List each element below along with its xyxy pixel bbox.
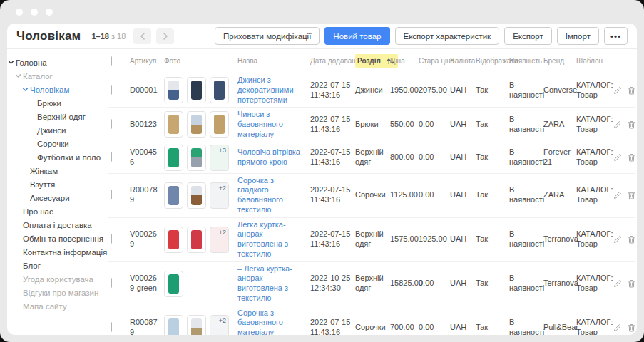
more-photos-thumb[interactable]: +2: [210, 227, 229, 253]
product-photo-thumb[interactable]: [164, 182, 183, 209]
product-name-link[interactable]: Чиноси з бавовняного матеріалу: [237, 110, 283, 138]
edit-button[interactable]: [613, 191, 622, 200]
column-header[interactable]: Бренд: [541, 49, 574, 73]
row-checkbox[interactable]: [111, 322, 112, 332]
sidebar-item[interactable]: Брюки: [7, 96, 108, 110]
product-name-link[interactable]: Джинси з декоративними потертостями: [237, 76, 294, 104]
sidebar-item[interactable]: Головна: [7, 56, 108, 69]
more-photos-thumb[interactable]: +3: [210, 145, 229, 171]
product-photo-thumb[interactable]: [187, 145, 206, 171]
edit-button[interactable]: [613, 323, 622, 332]
delete-button[interactable]: [628, 191, 635, 200]
new-product-button[interactable]: Новий товар: [324, 27, 389, 45]
column-header[interactable]: Валюта: [448, 49, 474, 73]
import-button[interactable]: Імпорт: [557, 27, 599, 45]
next-page-button[interactable]: [156, 28, 174, 44]
sidebar-item[interactable]: Жінкам: [7, 164, 108, 177]
sidebar-item[interactable]: Сорочки: [7, 137, 108, 150]
window-dot-minimize[interactable]: [31, 9, 38, 16]
row-checkbox[interactable]: [111, 234, 112, 244]
row-checkbox[interactable]: [111, 85, 112, 95]
edit-pencil-icon[interactable]: [613, 279, 622, 288]
product-photo-thumb[interactable]: [187, 315, 206, 336]
product-photo-thumb[interactable]: [164, 111, 183, 138]
sidebar-item[interactable]: Обмін та повернення: [7, 232, 108, 245]
column-header[interactable]: Відображати: [474, 49, 507, 73]
sidebar-item[interactable]: Футболки и поло: [7, 150, 108, 164]
export-characteristics-button[interactable]: Експорт характеристик: [395, 27, 500, 45]
sidebar-item[interactable]: Угода користувача: [7, 272, 108, 286]
select-all-checkbox[interactable]: [111, 56, 112, 66]
hide-modifications-button[interactable]: Приховати модифікації: [215, 27, 320, 45]
delete-trash-icon[interactable]: [628, 279, 635, 288]
sidebar-item[interactable]: Про нас: [7, 204, 108, 218]
product-photo-thumb[interactable]: [164, 77, 183, 103]
delete-button[interactable]: [628, 323, 635, 332]
delete-button[interactable]: [628, 279, 635, 288]
edit-pencil-icon[interactable]: [613, 120, 622, 129]
more-actions-button[interactable]: •••: [604, 27, 628, 45]
edit-pencil-icon[interactable]: [613, 86, 622, 95]
delete-trash-icon[interactable]: [628, 120, 635, 129]
delete-trash-icon[interactable]: [628, 191, 635, 200]
product-name-link[interactable]: Легка куртка-анорак виготовлена з тексти…: [237, 220, 288, 258]
delete-button[interactable]: [628, 86, 635, 95]
edit-button[interactable]: [613, 279, 622, 288]
row-checkbox[interactable]: [111, 190, 112, 200]
row-checkbox[interactable]: [111, 278, 112, 288]
prev-page-button[interactable]: [133, 28, 151, 44]
column-header[interactable]: Ціна: [388, 49, 416, 73]
product-photo-thumb[interactable]: [187, 182, 206, 209]
product-name-link[interactable]: Сорочка з гладкого бавовняного текстилю: [237, 176, 283, 214]
edit-pencil-icon[interactable]: [613, 235, 622, 244]
column-header[interactable]: Стара ціна: [416, 49, 448, 73]
sidebar-item[interactable]: Оплата і доставка: [7, 218, 108, 232]
delete-trash-icon[interactable]: [628, 86, 635, 95]
sidebar-item[interactable]: Чоловікам: [7, 83, 108, 96]
edit-button[interactable]: [613, 86, 622, 95]
row-checkbox[interactable]: [111, 119, 112, 129]
product-name-link[interactable]: Сорочка з бавовняного матеріалу притален…: [237, 309, 303, 336]
more-photos-thumb[interactable]: +2: [210, 182, 229, 209]
edit-button[interactable]: [613, 120, 622, 129]
sidebar-item[interactable]: Каталог: [7, 69, 108, 83]
product-photo-thumb[interactable]: [187, 77, 206, 103]
product-photo-thumb[interactable]: [187, 111, 206, 138]
product-photo-thumb[interactable]: [164, 271, 183, 297]
edit-pencil-icon[interactable]: [613, 323, 622, 332]
edit-pencil-icon[interactable]: [613, 153, 622, 162]
row-checkbox[interactable]: [111, 152, 112, 162]
column-header[interactable]: Дата додавання: [308, 49, 353, 73]
delete-button[interactable]: [628, 235, 635, 244]
delete-trash-icon[interactable]: [628, 153, 635, 162]
column-header[interactable]: Шаблон: [574, 49, 611, 73]
product-name-link[interactable]: Чоловіча вітрівка прямого крою: [237, 147, 300, 166]
delete-trash-icon[interactable]: [628, 235, 635, 244]
export-button[interactable]: Експорт: [504, 27, 552, 45]
product-photo-thumb[interactable]: [164, 315, 183, 336]
product-photo-thumb[interactable]: [210, 111, 229, 138]
product-name-link[interactable]: – Легка куртка-анорак виготовлена з текс…: [237, 264, 292, 302]
edit-button[interactable]: [613, 153, 622, 162]
product-photo-thumb[interactable]: [210, 77, 229, 103]
product-photo-thumb[interactable]: [187, 227, 206, 253]
product-photo-thumb[interactable]: [164, 227, 183, 253]
column-header[interactable]: Артикул: [128, 49, 162, 73]
sidebar-item[interactable]: Аксесуари: [7, 191, 108, 204]
more-photos-thumb[interactable]: +2: [210, 315, 229, 336]
column-header[interactable]: Назва: [235, 49, 308, 73]
edit-button[interactable]: [613, 235, 622, 244]
delete-trash-icon[interactable]: [628, 323, 635, 332]
sidebar-item[interactable]: Верхній одяг: [7, 110, 108, 123]
window-dot-close[interactable]: [16, 9, 23, 16]
window-dot-maximize[interactable]: [46, 9, 53, 16]
edit-pencil-icon[interactable]: [613, 191, 622, 200]
delete-button[interactable]: [628, 120, 635, 129]
column-header[interactable]: Фото: [162, 49, 235, 73]
sidebar-item[interactable]: Відгуки про магазин: [7, 286, 108, 299]
sidebar-item[interactable]: Джинси: [7, 123, 108, 137]
sidebar-item[interactable]: Взуття: [7, 177, 108, 191]
column-header[interactable]: Наявність: [507, 49, 541, 73]
sidebar-item[interactable]: Мапа сайту: [7, 299, 108, 313]
column-header[interactable]: Розділ: [353, 49, 388, 73]
